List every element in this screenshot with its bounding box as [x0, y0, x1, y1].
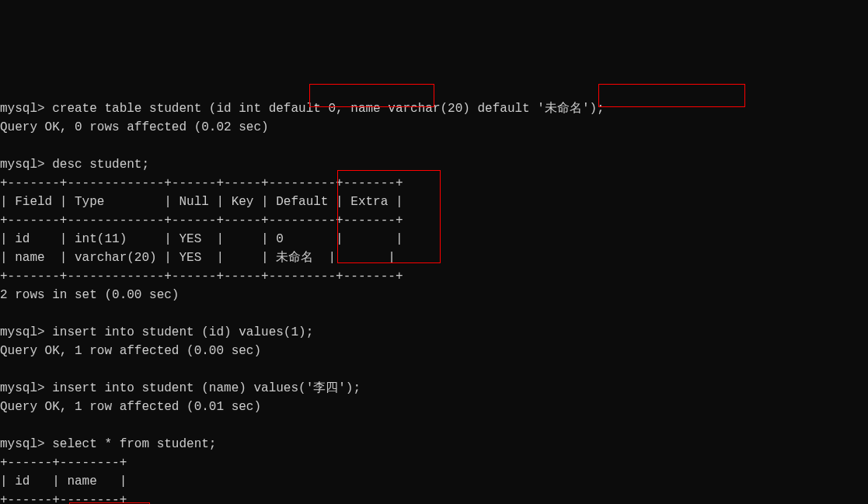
mysql-prompt: mysql>	[0, 381, 45, 395]
desc-header: | Field | Type | Null | Key | Default | …	[0, 195, 403, 209]
desc-row-2: | name | varchar(20) | YES | | 未命名 | |	[0, 251, 396, 265]
highlight-box-default-name	[598, 84, 745, 107]
desc-command: desc student;	[45, 158, 149, 172]
default-name-highlight: default '未命名'	[478, 102, 590, 116]
mysql-prompt: mysql>	[0, 325, 45, 339]
create-table-prefix: create table student (id int	[45, 102, 269, 116]
insert-id-result: Query OK, 1 row affected (0.00 sec)	[0, 344, 261, 358]
default-0-highlight: default 0,	[269, 102, 343, 116]
create-table-mid: name varchar(20)	[343, 102, 478, 116]
insert-name-command: insert into student (name) values('李四');	[45, 381, 361, 395]
create-table-suffix: );	[590, 102, 605, 116]
desc-row-1: | id | int(11) | YES | | 0 | |	[0, 232, 403, 246]
mysql-prompt: mysql>	[0, 158, 45, 172]
select-command: select * from student;	[45, 437, 217, 451]
terminal-output: mysql> create table student (id int defa…	[0, 81, 868, 504]
select-border-top: +------+--------+	[0, 456, 127, 470]
desc-result: 2 rows in set (0.00 sec)	[0, 288, 179, 302]
select-header: | id | name |	[0, 474, 127, 488]
insert-name-result: Query OK, 1 row affected (0.01 sec)	[0, 400, 261, 414]
insert-id-command: insert into student (id) values(1);	[45, 325, 314, 339]
select-border-mid: +------+--------+	[0, 493, 127, 504]
mysql-prompt: mysql>	[0, 102, 45, 116]
desc-border-top: +-------+-------------+------+-----+----…	[0, 176, 403, 190]
desc-border-mid: +-------+-------------+------+-----+----…	[0, 214, 403, 228]
query-result-1: Query OK, 0 rows affected (0.02 sec)	[0, 120, 269, 134]
desc-border-bot: +-------+-------------+------+-----+----…	[0, 269, 403, 283]
mysql-prompt: mysql>	[0, 437, 45, 451]
